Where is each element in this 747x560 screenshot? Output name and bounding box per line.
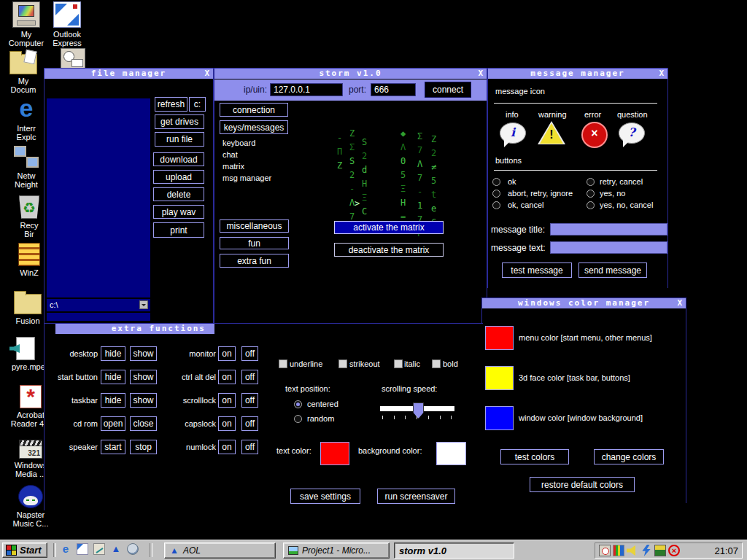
- scrolllock-off-button[interactable]: off: [241, 393, 258, 408]
- capslock-off-button[interactable]: off: [241, 416, 258, 431]
- scheduler-tray-icon[interactable]: [599, 545, 611, 556]
- color-swatch[interactable]: [485, 326, 514, 350]
- color-swatch[interactable]: [485, 406, 514, 430]
- desktop-icon-fusion[interactable]: Fusion: [7, 288, 48, 325]
- info-icon[interactable]: i: [500, 122, 526, 144]
- desktop-icon-my-computer[interactable]: MyComputer: [6, 1, 47, 47]
- fm-upload-button[interactable]: upload: [153, 170, 204, 184]
- lightning-tray-icon[interactable]: [640, 545, 652, 556]
- color-manager-titlebar[interactable]: windows color manager X: [482, 298, 686, 308]
- capslock-on-button[interactable]: on: [218, 416, 236, 431]
- radio-yes-no-cancel[interactable]: [587, 201, 595, 209]
- text-color-swatch[interactable]: [320, 442, 349, 465]
- outlook-express-icon[interactable]: [77, 543, 88, 555]
- deactivate-matrix-button[interactable]: deactivate the matrix: [334, 243, 444, 257]
- monitor-off-button[interactable]: off: [241, 346, 258, 361]
- drive-path-box[interactable]: c:\: [47, 299, 150, 311]
- message-title-input[interactable]: [550, 223, 667, 236]
- numlock-on-button[interactable]: on: [218, 440, 236, 454]
- start-button[interactable]: Start: [2, 542, 47, 558]
- fm-get-drives-button[interactable]: get drives: [155, 114, 204, 129]
- tab-keys-messages[interactable]: keys/messages: [220, 120, 288, 134]
- aol-icon[interactable]: ▲: [110, 543, 122, 555]
- garden-tray-icon[interactable]: [654, 545, 666, 556]
- close-icon[interactable]: X: [478, 69, 483, 78]
- radio-centered[interactable]: [294, 400, 302, 408]
- radio-random[interactable]: [294, 415, 302, 423]
- close-icon[interactable]: X: [677, 298, 682, 308]
- test-colors-button[interactable]: test colors: [500, 449, 569, 464]
- fm-run-file-button[interactable]: run file: [155, 132, 204, 147]
- warning-icon[interactable]: !: [538, 121, 565, 144]
- checkbox-bold[interactable]: [432, 359, 441, 368]
- ip-input[interactable]: 127.0.0.1: [270, 83, 343, 96]
- radio-retry-cancel[interactable]: [587, 178, 595, 186]
- checkbox-strikeout[interactable]: [338, 359, 347, 368]
- internet-explorer-icon[interactable]: e: [60, 543, 71, 555]
- message-manager-titlebar[interactable]: message manager X: [488, 69, 667, 79]
- run-screensaver-button[interactable]: run screensaver: [377, 489, 455, 504]
- file-manager-titlebar[interactable]: file manager X: [44, 69, 213, 79]
- test-message-button[interactable]: test message: [502, 262, 572, 278]
- desktop-icon-my-documents[interactable]: MyDocum: [3, 48, 44, 94]
- radio-yes-no[interactable]: [587, 190, 595, 198]
- fm-play-wav-button[interactable]: play wav: [153, 205, 204, 219]
- desktop-icon-inbox[interactable]: [53, 48, 93, 70]
- menu-fun-button[interactable]: fun: [220, 237, 289, 249]
- radio-ok-cancel[interactable]: [492, 201, 500, 209]
- save-settings-button[interactable]: save settings: [290, 489, 360, 504]
- fm-c--button[interactable]: c:: [189, 97, 206, 112]
- change-colors-button[interactable]: change colors: [594, 449, 664, 464]
- red-x-tray-icon[interactable]: ×: [668, 545, 680, 556]
- list-item-msg-manager[interactable]: msg manager: [222, 174, 271, 182]
- send-message-button[interactable]: send message: [578, 262, 647, 278]
- fm-refresh-button[interactable]: refresh: [155, 97, 187, 112]
- fm-print-button[interactable]: print: [153, 222, 204, 238]
- fm-delete-button[interactable]: delete: [153, 187, 204, 201]
- menu-miscellaneous-button[interactable]: miscellaneous: [220, 219, 289, 233]
- ctrl-alt-del-off-button[interactable]: off: [241, 370, 258, 384]
- monitor-on-button[interactable]: on: [218, 346, 236, 361]
- storm-titlebar[interactable]: storm v1.0 X: [214, 69, 487, 79]
- port-input[interactable]: 666: [371, 83, 416, 96]
- list-item-keyboard[interactable]: keyboard: [222, 139, 255, 147]
- color-swatch[interactable]: [485, 366, 514, 390]
- file-list[interactable]: [47, 98, 150, 289]
- list-item-chat[interactable]: chat: [222, 150, 238, 159]
- speaker-start-button[interactable]: start: [101, 440, 125, 454]
- radio-ok[interactable]: [492, 178, 500, 186]
- numlock-off-button[interactable]: off: [241, 440, 258, 454]
- desktop-icon-outlook-express[interactable]: OutlookExpress: [47, 1, 88, 47]
- display-tray-icon[interactable]: [613, 545, 624, 556]
- close-icon[interactable]: X: [659, 69, 664, 78]
- dropdown-icon[interactable]: [139, 300, 148, 309]
- close-icon[interactable]: X: [204, 69, 209, 78]
- desktop-icon-network-neighborhood[interactable]: NetwNeight: [6, 144, 47, 189]
- show-desktop-icon[interactable]: [93, 543, 105, 555]
- desktop-icon-internet-explorer[interactable]: eInterrExplc: [6, 97, 47, 141]
- extra-functions-titlebar[interactable]: extra functions: [55, 324, 214, 334]
- question-icon[interactable]: ?: [619, 122, 645, 144]
- slider-thumb[interactable]: [413, 402, 424, 419]
- task-button-project1-micro-[interactable]: Project1 - Micro...: [283, 542, 390, 559]
- activate-matrix-button[interactable]: activate the matrix: [334, 221, 444, 234]
- fm-download-button[interactable]: download: [153, 152, 204, 166]
- taskbar-hide-button[interactable]: hide: [101, 393, 125, 408]
- connect-button[interactable]: connect: [425, 82, 471, 98]
- task-button-aol[interactable]: ▲AOL: [164, 542, 276, 559]
- error-icon[interactable]: ×: [581, 122, 608, 148]
- ctrl-alt-del-on-button[interactable]: on: [218, 370, 236, 384]
- restore-default-colors-button[interactable]: restore default colors: [530, 477, 635, 492]
- desktop-hide-button[interactable]: hide: [101, 346, 125, 361]
- radio-abort-retry-ignore[interactable]: [492, 190, 500, 198]
- scrolllock-on-button[interactable]: on: [218, 393, 236, 408]
- checkbox-underline[interactable]: [279, 359, 287, 368]
- cd-rom-open-button[interactable]: open: [101, 416, 125, 431]
- globe-icon[interactable]: [127, 543, 139, 555]
- background-color-swatch[interactable]: [436, 442, 466, 465]
- volume-tray-icon[interactable]: [627, 545, 638, 556]
- tab-connection[interactable]: connection: [220, 103, 288, 117]
- start-button-hide-button[interactable]: hide: [101, 370, 125, 384]
- menu-extra-fun-button[interactable]: extra fun: [220, 254, 289, 268]
- message-text-input[interactable]: [550, 241, 667, 254]
